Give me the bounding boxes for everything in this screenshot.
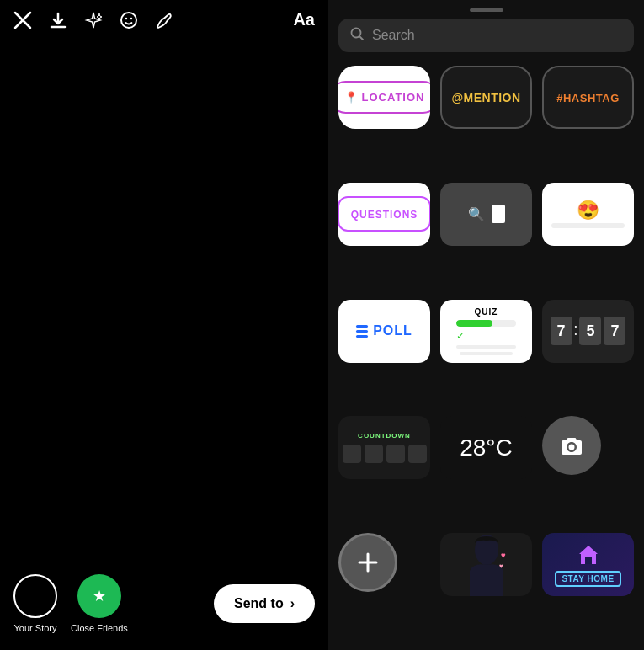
story-editor-panel: Aa Your Story ★ Close Friends Send to ›	[0, 0, 328, 650]
pin-icon: 📍	[344, 91, 359, 104]
sticker-temperature[interactable]: 28°C	[440, 416, 532, 479]
digit-5: 5	[579, 317, 601, 345]
svg-point-4	[125, 17, 127, 19]
svg-rect-14	[585, 557, 592, 564]
star-icon: ★	[93, 587, 106, 605]
close-friends-label: Close Friends	[71, 623, 128, 633]
face-icon[interactable]	[120, 11, 138, 29]
sticker-poll[interactable]: POLL	[338, 300, 430, 363]
hashtag-label: #HASHTAG	[556, 92, 620, 104]
svg-point-5	[130, 17, 132, 19]
digit-separator: ••	[575, 322, 577, 338]
gif-preview: ♥ ♥	[440, 533, 532, 596]
svg-point-3	[121, 13, 136, 28]
sticker-location[interactable]: 📍 LOCATION	[338, 66, 430, 129]
sticker-search-bar[interactable]: Search	[338, 19, 634, 52]
poll-label: POLL	[373, 323, 412, 338]
sparkles-icon[interactable]	[84, 11, 103, 29]
sticker-stay-home[interactable]: STAY HOME	[542, 533, 634, 596]
quiz-check-icon: ✓	[456, 330, 465, 342]
mention-label: @MENTION	[451, 91, 520, 104]
countdown-box-4	[408, 445, 427, 463]
sticker-timer-digits[interactable]: 7 •• 5 7	[542, 300, 634, 363]
sticker-countdown[interactable]: COUNTDOWN	[338, 416, 430, 479]
download-icon[interactable]	[49, 11, 67, 29]
digit-7b: 7	[604, 317, 625, 345]
countdown-boxes	[343, 445, 427, 463]
sticker-quiz[interactable]: QUIZ ✓	[440, 300, 532, 363]
send-arrow-icon: ›	[290, 596, 295, 611]
your-story-circle[interactable]	[13, 574, 57, 618]
sticker-gif-search[interactable]: 🔍	[440, 183, 532, 246]
your-story-option[interactable]: Your Story	[13, 574, 57, 633]
search-small-icon: 🔍	[468, 206, 485, 222]
quiz-line-1	[456, 345, 516, 349]
questions-label: QUESTIONS	[351, 209, 418, 221]
sticker-questions[interactable]: QUESTIONS	[338, 183, 430, 246]
slider-track	[551, 223, 625, 228]
quiz-bar	[456, 320, 516, 327]
sticker-hashtag[interactable]: #HASHTAG	[542, 66, 634, 129]
emoji-icon: 😍	[577, 200, 599, 221]
sticker-panel: Search 📍 LOCATION @MENTION #HASHTAG QUES…	[328, 0, 644, 650]
cursor-block	[492, 205, 505, 223]
text-icon[interactable]: Aa	[293, 10, 315, 29]
sticker-emoji-slider[interactable]: 😍	[542, 183, 634, 246]
sticker-add[interactable]	[338, 533, 397, 592]
your-story-label: Your Story	[14, 623, 57, 633]
quiz-line-2	[460, 352, 512, 355]
countdown-box-1	[343, 445, 361, 463]
sticker-animated-character[interactable]: ♥ ♥	[440, 533, 532, 596]
location-label: LOCATION	[362, 91, 425, 104]
send-to-button[interactable]: Send to ›	[214, 584, 315, 623]
close-friends-option[interactable]: ★ Close Friends	[71, 574, 128, 633]
quiz-title: QUIZ	[475, 307, 498, 317]
top-toolbar: Aa	[0, 0, 328, 40]
stickers-grid: 📍 LOCATION @MENTION #HASHTAG QUESTIONS	[328, 66, 644, 650]
sticker-camera[interactable]	[542, 416, 601, 475]
sticker-mention[interactable]: @MENTION	[440, 66, 532, 129]
stay-home-label: STAY HOME	[555, 571, 620, 587]
svg-text:♥: ♥	[501, 551, 506, 560]
search-placeholder: Search	[372, 28, 415, 43]
poll-lines-icon	[356, 325, 368, 338]
temperature-label: 28°C	[460, 434, 513, 461]
close-friends-circle[interactable]: ★	[77, 574, 121, 618]
svg-point-8	[569, 445, 575, 450]
countdown-box-3	[386, 445, 405, 463]
countdown-box-2	[365, 445, 383, 463]
countdown-label: COUNTDOWN	[358, 432, 411, 440]
svg-text:♥: ♥	[499, 562, 503, 570]
digit-7: 7	[551, 317, 572, 345]
story-canvas[interactable]	[0, 40, 328, 564]
close-icon[interactable]	[13, 11, 32, 29]
svg-line-7	[359, 36, 363, 40]
draw-icon[interactable]	[155, 11, 173, 29]
bottom-bar: Your Story ★ Close Friends Send to ›	[0, 564, 328, 650]
drag-handle[interactable]	[470, 8, 503, 12]
search-icon	[350, 27, 364, 44]
